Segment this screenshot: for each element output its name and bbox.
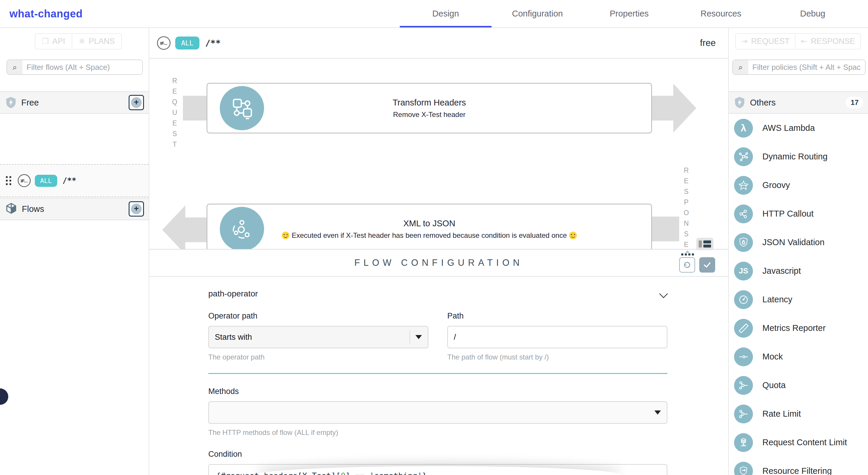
path-operator-section-title: path-operator [208, 289, 258, 299]
javascript-icon: JS [734, 262, 753, 280]
tab-configuration[interactable]: Configuration [492, 0, 583, 27]
api-plans-toggle: ❒ API ✵ PLANS [35, 33, 122, 49]
json-validation-icon [734, 233, 753, 252]
add-flow-to-free-button[interactable]: + [129, 95, 144, 110]
policy-label: Resource Filtering [763, 466, 832, 475]
arrow-back-icon: ⇤ [801, 37, 807, 46]
flow-configuration-bar: FLOW CONFIGURATION [149, 249, 728, 277]
response-phase-button[interactable]: ⇤ RESPONSE [795, 33, 861, 49]
policy-description: Executed even if X-Test header has been … [208, 231, 651, 240]
policy-label: Latency [763, 295, 793, 304]
filter-policies-searchbox: ⌕ [732, 60, 866, 75]
tab-debug[interactable]: Debug [767, 0, 859, 27]
operator-path-select[interactable]: Starts with [208, 326, 428, 348]
request-phase-label: REQUEST [751, 37, 790, 46]
flow-diagram: REQUEST Transform Headers Remove X-Test … [149, 59, 728, 249]
flow-path: /** [205, 38, 221, 48]
policy-label: Mock [763, 352, 783, 362]
api-toggle-button[interactable]: ❒ API [35, 33, 72, 49]
flows-section-label: Flows [22, 204, 129, 214]
tab-properties[interactable]: Properties [583, 0, 675, 27]
others-group-header[interactable]: Others 17 [729, 91, 868, 114]
flows-sidebar: ❒ API ✵ PLANS ⌕ Free + IF... ALL /** [0, 28, 149, 475]
panel-resize-handle[interactable] [679, 246, 696, 253]
seal-icon: ✵ [79, 37, 85, 46]
path-input[interactable] [447, 326, 668, 348]
policy-title: XML to JSON [208, 218, 651, 228]
plans-toggle-button[interactable]: ✵ PLANS [72, 33, 122, 49]
policy-list-item[interactable]: Mock [729, 342, 868, 371]
condition-if-icon: IF... [157, 36, 170, 50]
groovy-icon [734, 176, 753, 195]
policy-list-item[interactable]: HTTP Callout [729, 200, 868, 228]
response-lane-label: RESPONSE [682, 167, 690, 251]
tab-design[interactable]: Design [400, 0, 492, 27]
shield-icon [734, 96, 745, 109]
plan-name: free [700, 38, 716, 48]
request-phase-button[interactable]: ⇥ REQUEST [735, 33, 795, 49]
shield-icon [5, 96, 17, 109]
tab-bar: DesignConfigurationPropertiesResourcesDe… [400, 0, 859, 28]
api-toggle-label: API [52, 37, 65, 46]
policy-label: Dynamic Routing [763, 152, 828, 162]
latency-icon [734, 290, 753, 309]
drag-handle-icon[interactable] [6, 176, 11, 185]
filter-flows-searchbox: ⌕ [6, 60, 143, 75]
method-badge: ALL [175, 37, 199, 49]
policy-list-item[interactable]: Groovy [729, 171, 868, 200]
http-callout-icon [734, 204, 753, 223]
layout-icon-bars [703, 240, 711, 247]
policy-list-item[interactable]: Request Content Limit [729, 428, 868, 457]
slightly-smiling-face-emoji [569, 232, 577, 239]
free-plan-section-header[interactable]: Free + [0, 91, 149, 114]
policy-list-item[interactable]: JSON Validation [729, 228, 868, 257]
policy-list-item[interactable]: λ AWS Lambda [729, 114, 868, 142]
resize-up-icon [685, 250, 690, 253]
policy-list-item[interactable]: Rate Limit [729, 400, 868, 428]
operator-path-hint: The operator path [208, 353, 428, 361]
policy-list-item[interactable]: Resource Filtering [729, 457, 868, 475]
search-icon: ⌕ [733, 60, 748, 74]
filter-flows-input[interactable] [23, 60, 142, 74]
plans-toggle-label: PLANS [89, 37, 115, 46]
policy-list-item[interactable]: Dynamic Routing [729, 142, 868, 171]
methods-hint: The HTTP methods of flow (ALL if empty) [208, 429, 668, 437]
xml-to-json-policy-card[interactable]: XML to JSON Executed even if X-Test head… [207, 204, 652, 254]
policy-label: Metrics Reporter [763, 323, 826, 333]
quota-icon [734, 376, 753, 395]
policy-list-item[interactable]: JS Javascript [729, 257, 868, 285]
policy-label: AWS Lambda [763, 123, 815, 133]
refresh-icon [683, 261, 691, 269]
flow-path: /** [63, 176, 76, 185]
metrics-reporter-icon [734, 319, 753, 338]
layout-icon [699, 240, 702, 247]
policy-label: HTTP Callout [763, 209, 814, 218]
path-field: Path The path of flow (must start by /) [447, 311, 668, 361]
policy-list-item[interactable]: Latency [729, 285, 868, 314]
search-icon: ⌕ [7, 60, 23, 74]
tab-resources[interactable]: Resources [675, 0, 767, 27]
design-canvas-panel: IF... ALL /** free REQUEST [149, 28, 728, 475]
transform-headers-policy-card[interactable]: Transform Headers Remove X-Test header [207, 83, 652, 134]
plus-icon: + [131, 97, 142, 108]
check-icon [703, 261, 711, 269]
flows-section-header[interactable]: Flows + [0, 198, 149, 220]
rate-limit-icon [734, 405, 753, 423]
flow-configuration-form: path-operator Operator path Starts with … [149, 277, 728, 475]
save-button[interactable] [699, 257, 715, 273]
collapse-chevron-icon[interactable] [659, 290, 668, 298]
policy-label: Javascript [763, 266, 801, 276]
methods-label: Methods [208, 387, 668, 396]
layout-toggle-button[interactable] [696, 238, 713, 250]
policy-label: Groovy [763, 180, 790, 190]
filter-policies-input[interactable] [748, 60, 865, 74]
methods-select[interactable] [208, 401, 668, 424]
policy-list-item[interactable]: Quota [729, 371, 868, 400]
dropdown-caret-icon [654, 410, 661, 415]
request-lane-label: REQUEST [170, 77, 179, 151]
flow-list-item[interactable]: IF... ALL /** [0, 164, 149, 197]
add-flow-button[interactable]: + [129, 201, 144, 216]
reset-button[interactable] [679, 257, 695, 273]
policy-list-item[interactable]: Metrics Reporter [729, 314, 868, 342]
selected-flow-header: IF... ALL /** free [149, 28, 728, 59]
